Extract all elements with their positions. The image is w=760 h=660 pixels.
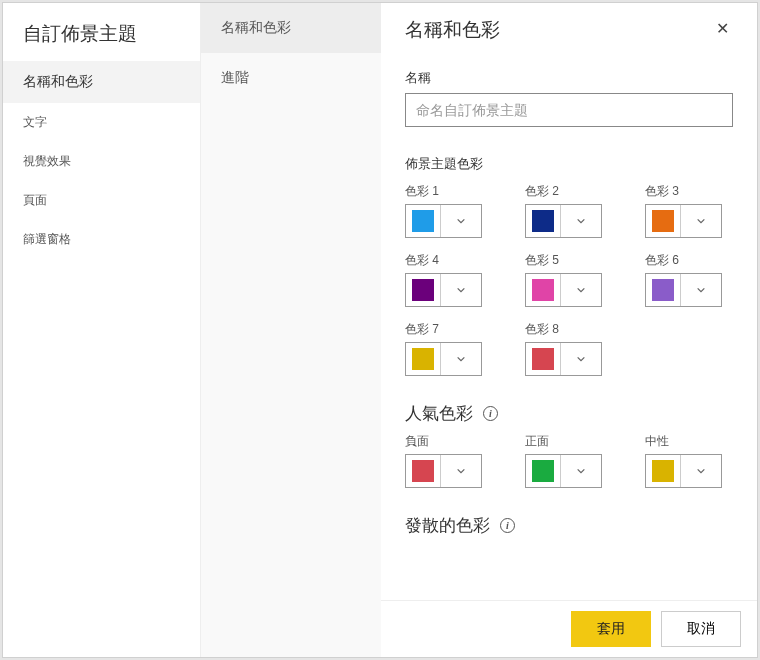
color-item: 正面: [525, 433, 625, 488]
dropdown-toggle[interactable]: [440, 455, 481, 487]
dropdown-toggle[interactable]: [440, 343, 481, 375]
apply-button[interactable]: 套用: [571, 611, 651, 647]
color-picker[interactable]: [525, 204, 602, 238]
color-swatch: [412, 210, 434, 232]
chevron-down-icon: [456, 285, 466, 295]
color-swatch: [532, 279, 554, 301]
dropdown-toggle[interactable]: [560, 205, 601, 237]
dropdown-toggle[interactable]: [560, 455, 601, 487]
color-item: 色彩 1: [405, 183, 505, 238]
chevron-down-icon: [456, 466, 466, 476]
category-item[interactable]: 名稱和色彩: [3, 61, 200, 103]
color-swatch: [412, 279, 434, 301]
chevron-down-icon: [456, 216, 466, 226]
subcategory-item[interactable]: 進階: [201, 53, 381, 103]
color-label: 色彩 5: [525, 252, 625, 269]
color-picker[interactable]: [645, 204, 722, 238]
dropdown-toggle[interactable]: [560, 343, 601, 375]
dropdown-toggle[interactable]: [680, 455, 721, 487]
color-label: 色彩 6: [645, 252, 745, 269]
chevron-down-icon: [576, 216, 586, 226]
popularity-colors-title: 人氣色彩 i: [405, 402, 733, 425]
color-item: 色彩 8: [525, 321, 625, 376]
color-picker[interactable]: [525, 342, 602, 376]
color-label: 色彩 8: [525, 321, 625, 338]
info-icon[interactable]: i: [500, 518, 515, 533]
color-picker[interactable]: [525, 454, 602, 488]
color-picker[interactable]: [645, 273, 722, 307]
color-swatch: [412, 348, 434, 370]
theme-colors-grid: 色彩 1色彩 2色彩 3色彩 4色彩 5色彩 6色彩 7色彩 8: [405, 183, 733, 376]
chevron-down-icon: [696, 285, 706, 295]
color-swatch: [652, 279, 674, 301]
color-label: 中性: [645, 433, 745, 450]
panel-title: 名稱和色彩: [405, 17, 500, 43]
color-item: 負面: [405, 433, 505, 488]
subcategory-item[interactable]: 名稱和色彩: [201, 3, 381, 53]
close-icon: ✕: [716, 20, 729, 37]
category-item[interactable]: 篩選窗格: [3, 220, 200, 259]
color-swatch: [532, 210, 554, 232]
close-button[interactable]: ✕: [712, 17, 733, 41]
cancel-button[interactable]: 取消: [661, 611, 741, 647]
divergent-colors-title: 發散的色彩 i: [405, 514, 733, 537]
color-label: 色彩 7: [405, 321, 505, 338]
color-swatch: [412, 460, 434, 482]
dropdown-toggle[interactable]: [680, 274, 721, 306]
category-item[interactable]: 文字: [3, 103, 200, 142]
chevron-down-icon: [456, 354, 466, 364]
chevron-down-icon: [576, 354, 586, 364]
color-picker[interactable]: [525, 273, 602, 307]
color-swatch: [532, 460, 554, 482]
name-label: 名稱: [405, 69, 733, 87]
color-picker[interactable]: [405, 342, 482, 376]
color-picker[interactable]: [405, 454, 482, 488]
dropdown-toggle[interactable]: [680, 205, 721, 237]
dropdown-toggle[interactable]: [440, 205, 481, 237]
category-item[interactable]: 頁面: [3, 181, 200, 220]
category-sidebar: 自訂佈景主題 名稱和色彩文字視覺效果頁面篩選窗格: [3, 3, 201, 657]
color-label: 色彩 1: [405, 183, 505, 200]
chevron-down-icon: [696, 466, 706, 476]
color-swatch: [652, 460, 674, 482]
dialog-title: 自訂佈景主題: [3, 3, 200, 61]
color-label: 正面: [525, 433, 625, 450]
color-label: 色彩 2: [525, 183, 625, 200]
color-item: 色彩 3: [645, 183, 745, 238]
customize-theme-dialog: 自訂佈景主題 名稱和色彩文字視覺效果頁面篩選窗格 名稱和色彩進階 名稱和色彩 ✕…: [2, 2, 758, 658]
info-icon[interactable]: i: [483, 406, 498, 421]
color-item: 色彩 6: [645, 252, 745, 307]
color-item: 色彩 7: [405, 321, 505, 376]
theme-name-input[interactable]: [405, 93, 733, 127]
chevron-down-icon: [696, 216, 706, 226]
color-item: 色彩 5: [525, 252, 625, 307]
color-item: 色彩 2: [525, 183, 625, 238]
dialog-footer: 套用 取消: [381, 600, 757, 657]
color-picker[interactable]: [645, 454, 722, 488]
color-item: 中性: [645, 433, 745, 488]
theme-colors-title: 佈景主題色彩: [405, 155, 733, 173]
color-label: 色彩 4: [405, 252, 505, 269]
chevron-down-icon: [576, 285, 586, 295]
color-swatch: [532, 348, 554, 370]
category-item[interactable]: 視覺效果: [3, 142, 200, 181]
subcategory-sidebar: 名稱和色彩進階: [201, 3, 381, 657]
dropdown-toggle[interactable]: [560, 274, 601, 306]
color-picker[interactable]: [405, 273, 482, 307]
chevron-down-icon: [576, 466, 586, 476]
popularity-colors-grid: 負面正面中性: [405, 433, 733, 488]
color-item: 色彩 4: [405, 252, 505, 307]
dropdown-toggle[interactable]: [440, 274, 481, 306]
color-swatch: [652, 210, 674, 232]
color-picker[interactable]: [405, 204, 482, 238]
main-panel: 名稱和色彩 ✕ 名稱 佈景主題色彩 色彩 1色彩 2色彩 3色彩 4色彩 5色彩…: [381, 3, 757, 657]
color-label: 負面: [405, 433, 505, 450]
color-label: 色彩 3: [645, 183, 745, 200]
